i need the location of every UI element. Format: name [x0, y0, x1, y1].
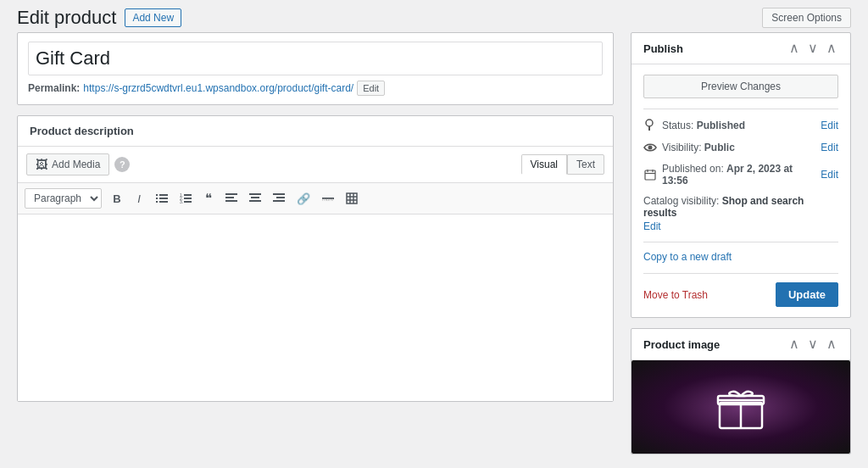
published-text: Published on: Apr 2, 2023 at 13:56: [662, 163, 815, 187]
right-sidebar: Publish ∧ ∨ ∧ Preview Changes: [631, 32, 851, 454]
svg-point-30: [648, 146, 653, 150]
tab-visual[interactable]: Visual: [521, 154, 567, 175]
collapse-toggle-button[interactable]: ∧: [825, 42, 838, 55]
italic-button[interactable]: I: [129, 189, 149, 209]
update-button[interactable]: Update: [776, 282, 838, 307]
gift-icon-area: [632, 360, 850, 454]
align-left-button[interactable]: [220, 190, 242, 207]
svg-rect-19: [276, 197, 285, 198]
published-row: Published on: Apr 2, 2023 at 13:56 Edit: [643, 159, 838, 191]
image-collapse-up-button[interactable]: ∧: [787, 337, 801, 351]
align-right-button[interactable]: [268, 190, 290, 207]
blockquote-button[interactable]: ❝: [198, 187, 219, 209]
move-to-trash-link[interactable]: Move to Trash: [643, 289, 708, 301]
published-edit-link[interactable]: Edit: [821, 169, 838, 181]
product-description-box: Product description 🖼 Add Media ? Visual…: [17, 115, 614, 402]
svg-rect-13: [225, 197, 234, 198]
visibility-edit-link[interactable]: Edit: [821, 142, 838, 153]
svg-point-28: [646, 120, 653, 126]
divider-1: [643, 109, 838, 109]
unordered-list-button[interactable]: [151, 189, 173, 208]
editor-toolbar-top: 🖼 Add Media ? Visual Text: [18, 147, 613, 183]
product-image-metabox-body: [632, 360, 850, 454]
gift-icon: [711, 377, 771, 437]
format-toolbar: Paragraph B I 1.: [18, 183, 613, 214]
product-title-input[interactable]: [28, 42, 603, 75]
svg-rect-0: [156, 194, 158, 196]
add-media-label: Add Media: [52, 159, 100, 170]
add-new-button[interactable]: Add New: [125, 8, 181, 27]
status-edit-link[interactable]: Edit: [821, 120, 838, 131]
svg-rect-1: [159, 194, 168, 196]
align-center-button[interactable]: [244, 190, 266, 207]
product-image-metabox-title: Product image: [643, 338, 720, 351]
tab-text[interactable]: Text: [567, 154, 604, 175]
product-image-metabox-controls: ∧ ∨ ∧: [787, 337, 838, 351]
screen-options-button[interactable]: Screen Options: [762, 8, 851, 28]
publish-actions: Move to Trash Update: [643, 273, 838, 307]
left-column: Permalink: https://s-grzrd5cwdtvrl.eu1.w…: [17, 32, 614, 454]
permalink-link[interactable]: https://s-grzrd5cwdtvrl.eu1.wpsandbox.or…: [83, 82, 353, 94]
product-image-display[interactable]: [632, 360, 850, 454]
status-label: Status:: [662, 120, 693, 131]
image-collapse-toggle-button[interactable]: ∧: [825, 337, 838, 351]
publish-metabox-header: Publish ∧ ∨ ∧: [632, 33, 850, 64]
status-row: Status: Published Edit: [643, 114, 838, 136]
svg-text:3.: 3.: [180, 199, 183, 204]
svg-rect-4: [156, 201, 158, 203]
bold-button[interactable]: B: [107, 189, 127, 209]
svg-rect-18: [273, 193, 285, 195]
visibility-value: Public: [704, 142, 735, 153]
editor-box-header: Product description: [18, 116, 613, 147]
permalink-label: Permalink:: [28, 82, 80, 94]
status-icon: [643, 119, 657, 132]
svg-rect-3: [159, 198, 168, 199]
svg-rect-9: [184, 198, 192, 199]
visibility-icon: [643, 141, 657, 154]
published-label: Published on:: [662, 163, 724, 175]
preview-changes-button[interactable]: Preview Changes: [643, 75, 838, 98]
svg-rect-23: [347, 193, 357, 203]
collapse-down-button[interactable]: ∨: [806, 42, 820, 55]
catalog-visibility-row: Catalog visibility: Shop and search resu…: [643, 191, 838, 237]
publish-metabox: Publish ∧ ∨ ∧ Preview Changes: [631, 32, 851, 318]
help-icon[interactable]: ?: [114, 157, 130, 172]
ordered-list-button[interactable]: 1. 2. 3.: [175, 189, 197, 208]
svg-rect-2: [156, 198, 158, 199]
svg-rect-17: [249, 200, 261, 202]
page-title: Edit product: [17, 7, 116, 29]
copy-draft-link[interactable]: Copy to a new draft: [643, 248, 838, 266]
svg-rect-15: [249, 193, 261, 195]
publish-metabox-controls: ∧ ∨ ∧: [787, 42, 838, 55]
add-media-button[interactable]: 🖼 Add Media: [26, 153, 109, 176]
svg-rect-29: [648, 126, 650, 131]
svg-rect-5: [159, 201, 168, 203]
top-bar: Edit product Add New Screen Options: [0, 0, 868, 32]
permalink-edit-button[interactable]: Edit: [357, 81, 385, 96]
permalink-row: Permalink: https://s-grzrd5cwdtvrl.eu1.w…: [28, 75, 603, 96]
visibility-label: Visibility:: [662, 142, 701, 153]
page-title-row: Edit product Add New: [17, 7, 181, 29]
product-title-box: Permalink: https://s-grzrd5cwdtvrl.eu1.w…: [17, 32, 614, 105]
link-button[interactable]: 🔗: [292, 189, 315, 209]
svg-rect-12: [225, 193, 237, 195]
more-button[interactable]: more: [317, 192, 339, 205]
paragraph-select[interactable]: Paragraph: [25, 188, 102, 209]
catalog-edit-link[interactable]: Edit: [643, 220, 838, 232]
catalog-label: Catalog visibility:: [643, 195, 719, 207]
svg-rect-11: [184, 201, 192, 203]
table-button[interactable]: [341, 189, 363, 208]
svg-rect-20: [273, 200, 285, 202]
editor-content[interactable]: [18, 214, 613, 401]
image-collapse-down-button[interactable]: ∨: [806, 337, 820, 351]
svg-text:more: more: [322, 197, 334, 202]
product-image-metabox: Product image ∧ ∨ ∧: [631, 328, 851, 454]
add-media-icon: 🖼: [36, 158, 47, 171]
svg-rect-31: [645, 170, 655, 180]
svg-rect-16: [251, 197, 259, 198]
publish-metabox-body: Preview Changes Status: Published: [632, 64, 850, 317]
status-text: Status: Published: [662, 120, 815, 131]
collapse-up-button[interactable]: ∧: [787, 42, 801, 55]
product-image-metabox-header: Product image ∧ ∨ ∧: [632, 329, 850, 360]
visibility-row: Visibility: Public Edit: [643, 136, 838, 159]
